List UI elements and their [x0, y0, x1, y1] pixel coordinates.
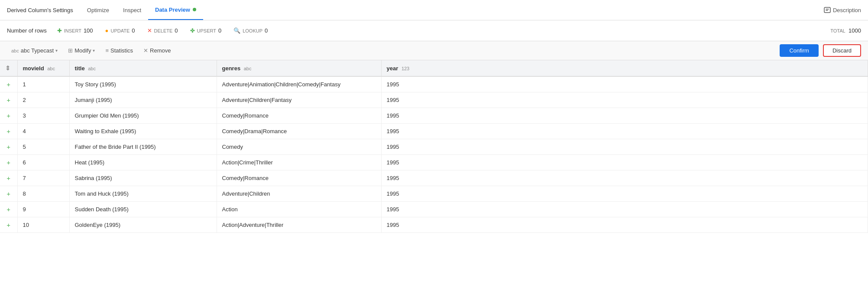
data-table: ⇕ movieId abc title abc genres abc year … — [0, 60, 868, 233]
lookup-stat: 🔍 LOOKUP 0 — [233, 27, 268, 34]
cell-genres: Action|Crime|Thriller — [217, 155, 381, 170]
cell-title: Sabrina (1995) — [69, 170, 217, 186]
nav-optimize[interactable]: Optimize — [80, 0, 116, 20]
discard-button[interactable]: Discard — [823, 44, 861, 57]
cell-year: 1995 — [381, 76, 868, 92]
nav-derived-settings[interactable]: Derived Column's Settings — [7, 0, 80, 20]
table-row: +9Sudden Death (1995)Action1995 — [0, 202, 868, 217]
cell-genres: Adventure|Animation|Children|Comedy|Fant… — [217, 76, 381, 92]
cell-genres: Action — [217, 202, 381, 217]
col-movieid-header[interactable]: movieId abc — [17, 60, 69, 76]
description-button[interactable]: Description — [824, 7, 861, 13]
table-header-row: ⇕ movieId abc title abc genres abc year … — [0, 60, 868, 76]
cell-genres: Action|Adventure|Thriller — [217, 217, 381, 233]
table-row: +10GoldenEye (1995)Action|Adventure|Thri… — [0, 217, 868, 233]
table-row: +5Father of the Bride Part II (1995)Come… — [0, 139, 868, 155]
row-add-icon[interactable]: + — [6, 81, 10, 88]
nav-inspect[interactable]: Inspect — [116, 0, 148, 20]
toolbar: abc abc Typecast ▾ ⊞ Modify ▾ ≡ Statisti… — [0, 41, 868, 60]
cell-title: Jumanji (1995) — [69, 92, 217, 108]
cell-movieid: 6 — [17, 155, 69, 170]
col-genres-header[interactable]: genres abc — [217, 60, 381, 76]
sort-all-icon[interactable]: ⇕ — [5, 65, 10, 72]
row-add-icon[interactable]: + — [6, 159, 10, 166]
modify-dropdown-icon: ▾ — [93, 48, 95, 53]
confirm-button[interactable]: Confirm — [780, 44, 819, 57]
cell-year: 1995 — [381, 108, 868, 124]
lookup-icon: 🔍 — [233, 27, 240, 34]
statistics-button[interactable]: ≡ Statistics — [101, 45, 137, 56]
row-add-icon[interactable]: + — [6, 174, 10, 182]
cell-year: 1995 — [381, 124, 868, 139]
cell-title: Father of the Bride Part II (1995) — [69, 139, 217, 155]
cell-movieid: 1 — [17, 76, 69, 92]
rows-label: Number of rows — [7, 27, 47, 34]
cell-genres: Comedy|Drama|Romance — [217, 124, 381, 139]
nav-data-preview[interactable]: Data Preview — [148, 0, 203, 20]
cell-movieid: 7 — [17, 170, 69, 186]
typecast-button[interactable]: abc abc Typecast ▾ — [7, 45, 62, 56]
modify-button[interactable]: ⊞ Modify ▾ — [64, 45, 99, 56]
update-stat: ● UPDATE 0 — [105, 27, 135, 34]
insert-icon: ✚ — [57, 27, 62, 34]
table-row: +1Toy Story (1995)Adventure|Animation|Ch… — [0, 76, 868, 92]
svg-rect-0 — [824, 7, 830, 13]
update-icon: ● — [105, 27, 109, 34]
cell-genres: Comedy — [217, 139, 381, 155]
cell-title: Waiting to Exhale (1995) — [69, 124, 217, 139]
row-add-icon[interactable]: + — [6, 206, 10, 213]
stats-bar: Number of rows ✚ INSERT 100 ● UPDATE 0 ✕… — [0, 20, 868, 41]
description-icon — [824, 7, 831, 13]
delete-stat: ✕ DELETE 0 — [147, 27, 178, 34]
cell-year: 1995 — [381, 155, 868, 170]
delete-icon: ✕ — [147, 27, 152, 34]
data-table-container: ⇕ movieId abc title abc genres abc year … — [0, 60, 868, 285]
table-row: +8Tom and Huck (1995)Adventure|Children1… — [0, 186, 868, 202]
row-add-icon[interactable]: + — [6, 221, 10, 229]
row-add-icon[interactable]: + — [6, 128, 10, 135]
cell-movieid: 9 — [17, 202, 69, 217]
cell-year: 1995 — [381, 170, 868, 186]
cell-title: Sudden Death (1995) — [69, 202, 217, 217]
top-nav: Derived Column's Settings Optimize Inspe… — [0, 0, 868, 20]
cell-year: 1995 — [381, 186, 868, 202]
col-title-header[interactable]: title abc — [69, 60, 217, 76]
upsert-icon: ✤ — [190, 27, 195, 34]
cell-movieid: 8 — [17, 186, 69, 202]
remove-icon: ✕ — [143, 47, 148, 54]
cell-movieid: 4 — [17, 124, 69, 139]
cell-year: 1995 — [381, 217, 868, 233]
cell-genres: Comedy|Romance — [217, 108, 381, 124]
cell-title: Grumpier Old Men (1995) — [69, 108, 217, 124]
row-add-icon[interactable]: + — [6, 112, 10, 119]
remove-button[interactable]: ✕ Remove — [139, 45, 175, 56]
cell-title: Toy Story (1995) — [69, 76, 217, 92]
row-add-icon[interactable]: + — [6, 96, 10, 104]
table-row: +2Jumanji (1995)Adventure|Children|Fanta… — [0, 92, 868, 108]
table-row: +6Heat (1995)Action|Crime|Thriller1995 — [0, 155, 868, 170]
insert-stat: ✚ INSERT 100 — [57, 27, 93, 34]
cell-genres: Adventure|Children|Fantasy — [217, 92, 381, 108]
cell-movieid: 3 — [17, 108, 69, 124]
typecast-dropdown-icon: ▾ — [55, 48, 58, 53]
row-add-icon[interactable]: + — [6, 190, 10, 197]
statistics-icon: ≡ — [105, 47, 109, 54]
cell-title: GoldenEye (1995) — [69, 217, 217, 233]
cell-year: 1995 — [381, 92, 868, 108]
cell-genres: Adventure|Children — [217, 186, 381, 202]
upsert-stat: ✤ UPSERT 0 — [190, 27, 222, 34]
total-stat: TOTAL 1000 — [830, 27, 861, 34]
cell-movieid: 10 — [17, 217, 69, 233]
col-expand-header: ⇕ — [0, 60, 17, 76]
row-add-icon[interactable]: + — [6, 143, 10, 151]
col-year-header[interactable]: year 123 — [381, 60, 868, 76]
cell-movieid: 5 — [17, 139, 69, 155]
cell-title: Tom and Huck (1995) — [69, 186, 217, 202]
cell-genres: Comedy|Romance — [217, 170, 381, 186]
cell-title: Heat (1995) — [69, 155, 217, 170]
cell-year: 1995 — [381, 139, 868, 155]
table-row: +3Grumpier Old Men (1995)Comedy|Romance1… — [0, 108, 868, 124]
preview-active-dot — [193, 8, 196, 11]
cell-movieid: 2 — [17, 92, 69, 108]
table-row: +4Waiting to Exhale (1995)Comedy|Drama|R… — [0, 124, 868, 139]
